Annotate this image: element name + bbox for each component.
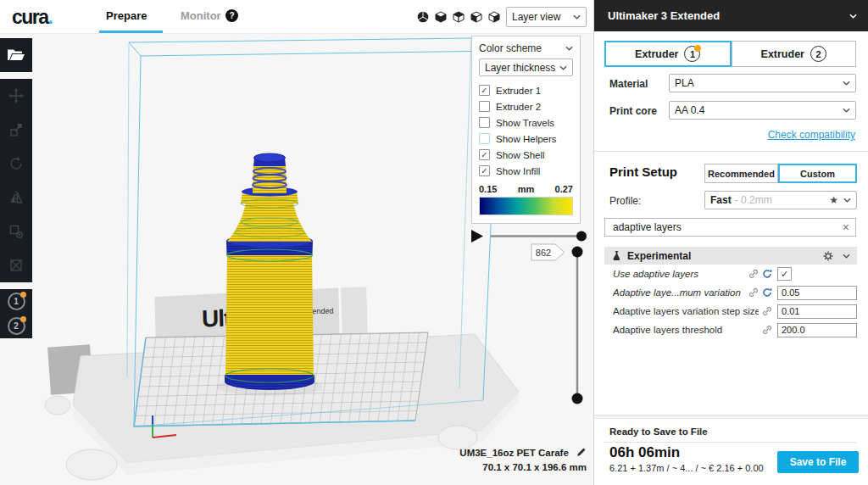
extruder-2-button[interactable]: 2	[8, 317, 25, 335]
adaptive-variation-step-input[interactable]	[777, 304, 857, 319]
gear-icon[interactable]	[822, 250, 834, 262]
profile-dropdown[interactable]: Fast - 0.2mm ★	[704, 191, 857, 209]
section-divider	[594, 151, 868, 152]
vertical-layer-slider-top-handle[interactable]	[572, 247, 583, 258]
reset-icon[interactable]	[762, 287, 772, 298]
reset-icon[interactable]	[762, 269, 772, 279]
pencil-icon[interactable]	[576, 447, 587, 457]
layer-number-value: 862	[536, 248, 551, 258]
extruder-select-panel: 1 2	[0, 289, 32, 338]
experimental-section-header[interactable]: Experimental	[604, 247, 857, 265]
toggle-show-infill[interactable]: ✓ Show Infill	[479, 163, 573, 179]
help-icon[interactable]: ?	[225, 9, 238, 22]
experimental-flask-icon	[611, 250, 622, 261]
cura-logo: cura.	[12, 6, 52, 29]
use-adaptive-layers-checkbox[interactable]: ✓	[777, 267, 792, 281]
checkbox[interactable]: ✓	[479, 117, 490, 128]
checkbox[interactable]: ✓	[479, 133, 490, 144]
chevron-down-icon	[559, 65, 567, 70]
color-scheme-select[interactable]: Layer thickness	[479, 59, 573, 76]
recommended-mode-button[interactable]: Recommended	[704, 164, 778, 183]
move-tool-button[interactable]	[0, 79, 32, 113]
layer-view-panel: Color scheme Layer thickness ✓ Extruder …	[471, 36, 581, 224]
extruder-tab-label: Extruder	[761, 48, 804, 60]
link-icon[interactable]	[762, 325, 772, 335]
tab-prepare[interactable]: Prepare	[106, 9, 147, 22]
extruder-2-tab[interactable]: Extruder 2	[732, 41, 857, 67]
custom-mode-button[interactable]: Custom	[778, 164, 857, 183]
view-mode-value: Layer view	[512, 11, 573, 23]
material-badge	[20, 292, 26, 298]
toggle-extruder-1[interactable]: ✓ Extruder 1	[479, 82, 573, 98]
print-time-estimate: 06h 06min	[609, 444, 680, 461]
print-core-value: AA 0.4	[675, 104, 843, 116]
thickness-gradient-bar	[479, 197, 573, 215]
support-blocker-tool-button[interactable]	[0, 248, 32, 282]
extruder-1-number: 1	[14, 297, 19, 306]
setting-label: Adaptive layers threshold	[613, 325, 759, 335]
setting-adaptive-variation-step: Adaptive layers variation step size	[613, 304, 857, 319]
mirror-tool-button[interactable]	[0, 181, 32, 215]
machine-selector[interactable]: Ultimaker 3 Extended	[594, 0, 868, 31]
setting-label: Adaptive layers variation step size	[613, 306, 759, 316]
material-dropdown[interactable]: PLA	[669, 74, 856, 92]
clear-search-icon[interactable]: ×	[843, 221, 849, 233]
checkbox[interactable]: ✓	[479, 165, 490, 176]
link-icon[interactable]	[748, 269, 759, 279]
toggle-label: Extruder 2	[496, 102, 541, 112]
chevron-down-icon	[843, 254, 850, 259]
left-view-icon[interactable]	[470, 10, 483, 24]
color-scheme-header[interactable]: Color scheme	[479, 42, 573, 54]
3d-view-icon[interactable]	[416, 10, 430, 24]
link-icon[interactable]	[762, 306, 772, 316]
scale-min: 0.15	[479, 184, 497, 194]
extruder-1-button[interactable]: 1	[8, 293, 25, 310]
color-scheme-title: Color scheme	[479, 42, 565, 54]
toggle-show-helpers[interactable]: ✓ Show Helpers	[479, 131, 573, 147]
chevron-down-icon	[843, 198, 851, 203]
rotate-tool-button[interactable]	[0, 147, 32, 181]
star-icon[interactable]: ★	[829, 194, 838, 206]
play-button[interactable]	[471, 230, 483, 242]
per-model-settings-tool-button[interactable]	[0, 215, 32, 248]
material-cost-estimate: 6.21 + 1.37m / ~ 4... / ~ € 2.16 + 0.00	[609, 463, 764, 473]
profile-value: Fast	[710, 194, 732, 206]
active-tab-underline	[99, 31, 163, 33]
view-mode-dropdown[interactable]: Layer view	[506, 7, 587, 27]
job-status: Ready to Save to File	[609, 426, 708, 437]
profile-label: Profile:	[609, 195, 641, 207]
model-carafe[interactable]	[217, 153, 322, 396]
checkbox[interactable]: ✓	[479, 101, 490, 112]
chevron-down-icon	[843, 108, 850, 113]
scale-tool-button[interactable]	[0, 113, 32, 147]
experimental-section-title: Experimental	[627, 250, 822, 262]
model-dimensions-text: 70.1 x 70.1 x 196.6 mm	[482, 462, 587, 472]
horizontal-layer-slider-handle[interactable]	[576, 231, 587, 242]
setting-label: Use adaptive layers	[613, 269, 745, 279]
open-file-button[interactable]	[0, 38, 32, 72]
toggle-extruder-2[interactable]: ✓ Extruder 2	[479, 98, 573, 114]
adaptive-max-variation-input[interactable]	[777, 286, 857, 300]
front-view-icon[interactable]	[434, 10, 448, 24]
footer-rule	[604, 442, 857, 443]
setting-search-input[interactable]	[611, 220, 843, 234]
print-core-dropdown[interactable]: AA 0.4	[669, 101, 856, 120]
top-bar: cura. Prepare Monitor ?	[0, 0, 593, 34]
tab-monitor[interactable]: Monitor	[181, 9, 221, 22]
extruder-1-tab[interactable]: Extruder 1	[604, 41, 732, 67]
top-view-icon[interactable]	[452, 10, 465, 24]
extruder-tabs: Extruder 1 Extruder 2	[604, 41, 856, 67]
scale-unit: mm	[518, 184, 535, 194]
model-dimensions: 70.1 x 70.1 x 196.6 mm	[482, 462, 587, 472]
link-icon[interactable]	[748, 287, 759, 298]
check-compatibility-link[interactable]: Check compatibility	[768, 129, 855, 141]
toggle-show-shell[interactable]: ✓ Show Shell	[479, 147, 573, 163]
right-view-icon[interactable]	[487, 10, 501, 24]
vertical-layer-slider-bottom-handle[interactable]	[572, 393, 583, 404]
save-to-file-button[interactable]: Save to File	[777, 451, 859, 473]
adaptive-threshold-input[interactable]	[777, 323, 857, 337]
checkbox[interactable]: ✓	[479, 149, 490, 160]
checkbox[interactable]: ✓	[479, 85, 490, 96]
cura-window: Ulti tended	[0, 0, 868, 485]
toggle-show-travels[interactable]: ✓ Show Travels	[479, 114, 573, 131]
